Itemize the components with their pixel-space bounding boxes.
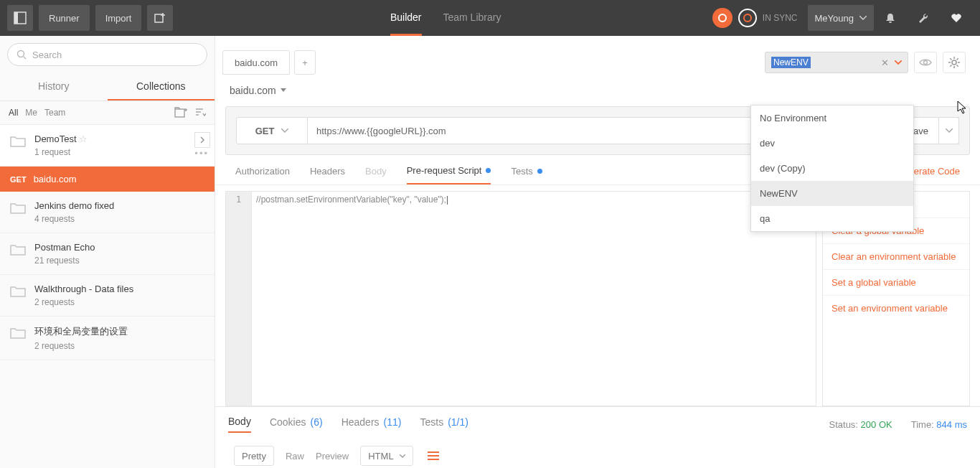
- request-title[interactable]: baidu.com: [215, 75, 980, 106]
- environment-dropdown: No Environment dev dev (Copy) NewENV qa: [750, 105, 914, 232]
- folder-icon: [10, 202, 26, 215]
- environment-select[interactable]: NewENV ✕: [765, 52, 908, 73]
- new-collection-icon[interactable]: [174, 107, 187, 118]
- wrap-lines-icon[interactable]: [428, 451, 439, 460]
- collection-item[interactable]: Walkthrough - Data files2 requests: [0, 275, 215, 317]
- collections-tab[interactable]: Collections: [108, 73, 215, 100]
- filter-me[interactable]: Me: [25, 108, 37, 118]
- add-tab-button[interactable]: +: [294, 50, 316, 75]
- toggle-sidebar-button[interactable]: [7, 5, 33, 31]
- view-preview-button[interactable]: Preview: [316, 451, 349, 462]
- collection-sub: 4 requests: [34, 214, 114, 224]
- clear-env-icon[interactable]: ✕: [881, 57, 889, 68]
- search-icon: [17, 50, 27, 60]
- collection-name: Walkthrough - Data files: [34, 284, 133, 294]
- heart-icon[interactable]: [946, 5, 967, 31]
- env-option[interactable]: dev: [751, 131, 913, 156]
- sort-icon[interactable]: [194, 108, 206, 118]
- caret-down-icon: [281, 88, 286, 93]
- svg-point-14: [952, 60, 956, 65]
- snippet-item[interactable]: Set an environment variable: [823, 295, 969, 321]
- collection-sub: 1 request: [34, 147, 88, 157]
- view-pretty-button[interactable]: Pretty: [234, 446, 274, 466]
- import-button[interactable]: Import: [95, 5, 142, 31]
- new-window-button[interactable]: [147, 5, 173, 31]
- response-tab-cookies[interactable]: Cookies (6): [270, 416, 323, 432]
- svg-point-5: [18, 51, 24, 57]
- collection-sub: 2 requests: [34, 341, 128, 351]
- response-tab-headers[interactable]: Headers (11): [341, 416, 402, 432]
- response-status: Status: 200 OK: [829, 419, 892, 430]
- sync-status-icon[interactable]: [712, 8, 732, 28]
- folder-icon: [10, 243, 26, 256]
- snippet-item[interactable]: Set a global variable: [823, 269, 969, 295]
- tab-tests[interactable]: Tests: [511, 166, 542, 184]
- tab-headers[interactable]: Headers: [310, 166, 345, 184]
- env-option[interactable]: No Environment: [751, 106, 913, 131]
- line-gutter: 1: [226, 192, 252, 406]
- runner-button[interactable]: Runner: [39, 5, 90, 31]
- env-dropdown-caret-icon[interactable]: [895, 60, 902, 65]
- collection-name: 环境和全局变量的设置: [34, 325, 128, 338]
- top-bar: Runner Import Builder Team Library IN SY…: [0, 0, 980, 36]
- env-option[interactable]: qa: [751, 206, 913, 231]
- star-icon[interactable]: ☆: [79, 134, 88, 144]
- collection-expand-button[interactable]: [194, 132, 210, 148]
- response-time: Time: 844 ms: [911, 419, 967, 430]
- account-menu-button[interactable]: MeYoung: [808, 5, 874, 31]
- collection-item[interactable]: 环境和全局变量的设置2 requests: [0, 317, 215, 360]
- code-line: //postman.setEnvironmentVariable("key", …: [256, 195, 446, 205]
- notifications-icon[interactable]: [880, 5, 901, 31]
- request-row-active[interactable]: GET baidu.com: [0, 167, 215, 192]
- collection-name: Postman Echo: [34, 242, 95, 253]
- more-options-icon[interactable]: •••: [194, 148, 209, 159]
- collection-item[interactable]: DemoTest ☆ 1 request •••: [0, 125, 215, 167]
- request-tab[interactable]: baidu.com: [222, 50, 290, 75]
- manage-env-button[interactable]: [943, 52, 966, 73]
- folder-icon: [10, 285, 26, 298]
- sync-status-text: IN SYNC: [763, 13, 798, 23]
- environment-selected-value: NewENV: [771, 57, 811, 68]
- tab-prerequest[interactable]: Pre-request Script: [407, 165, 491, 184]
- code-editor[interactable]: 1 //postman.setEnvironmentVariable("key"…: [225, 191, 816, 406]
- collection-name: DemoTest: [34, 134, 77, 144]
- response-tab-tests[interactable]: Tests (1/1): [420, 416, 468, 432]
- tab-body[interactable]: Body: [365, 166, 387, 184]
- snippet-item[interactable]: Clear an environment variable: [823, 243, 969, 269]
- svg-line-6: [24, 57, 26, 59]
- env-option[interactable]: dev (Copy): [751, 156, 913, 181]
- response-tab-body[interactable]: Body: [228, 416, 251, 433]
- folder-icon: [10, 327, 26, 340]
- collection-name: Jenkins demo fixed: [34, 200, 114, 211]
- collection-item[interactable]: Postman Echo21 requests: [0, 233, 215, 275]
- method-select[interactable]: GET: [236, 117, 308, 144]
- svg-line-19: [950, 58, 951, 60]
- dot-indicator-icon: [537, 169, 542, 174]
- view-raw-button[interactable]: Raw: [286, 451, 304, 462]
- request-name: baidu.com: [34, 174, 77, 184]
- tab-authorization[interactable]: Authorization: [235, 166, 290, 184]
- collection-item[interactable]: Jenkins demo fixed4 requests: [0, 192, 215, 233]
- filter-all[interactable]: All: [9, 108, 18, 118]
- folder-icon: [10, 135, 26, 148]
- env-option[interactable]: NewENV: [751, 181, 913, 206]
- builder-tab[interactable]: Builder: [390, 0, 422, 36]
- collection-sub: 21 requests: [34, 256, 95, 266]
- filter-team[interactable]: Team: [44, 108, 65, 118]
- svg-rect-7: [175, 109, 184, 117]
- settings-wrench-icon[interactable]: [913, 5, 934, 31]
- svg-rect-1: [14, 12, 18, 24]
- sync-secondary-icon: [738, 9, 757, 27]
- search-placeholder: Search: [32, 50, 62, 60]
- search-input[interactable]: Search: [7, 43, 207, 66]
- save-options-button[interactable]: [939, 117, 959, 144]
- format-select[interactable]: HTML: [360, 446, 413, 466]
- sidebar: Search History Collections All Me Team: [0, 36, 215, 468]
- svg-line-21: [950, 65, 951, 67]
- quick-look-button[interactable]: [914, 52, 937, 73]
- dot-indicator-icon: [486, 168, 491, 173]
- team-library-tab[interactable]: Team Library: [443, 0, 501, 36]
- collection-sub: 2 requests: [34, 297, 133, 307]
- account-name: MeYoung: [815, 13, 854, 24]
- history-tab[interactable]: History: [0, 73, 108, 100]
